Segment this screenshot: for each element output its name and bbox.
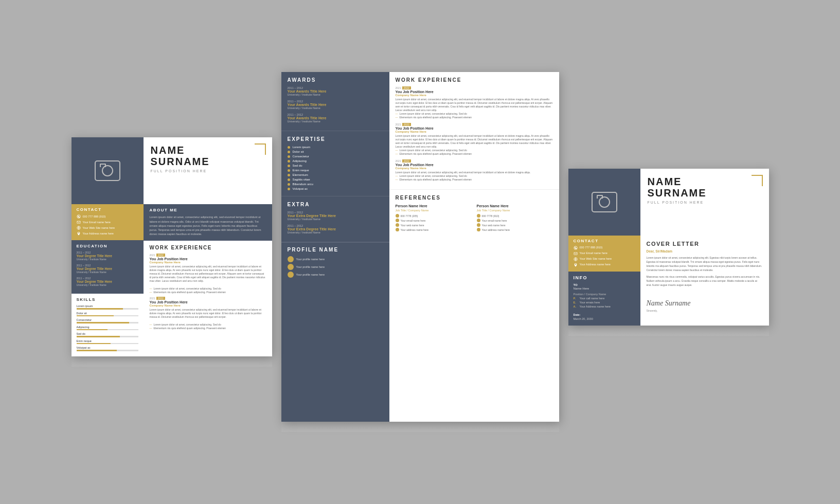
resume-position-3: FULL POSITION HERE — [648, 201, 763, 204]
extra-1: 2011 – 2012 Your Extra Degree Title Here… — [288, 211, 383, 221]
profile-icon-1 — [288, 256, 294, 262]
skill-item: Dolor sit — [77, 312, 138, 317]
cover-signature-img: Name Surname — [647, 299, 763, 308]
ref-col-2: Person Name Here Job Title / Company Nam… — [477, 204, 553, 232]
expertise-item: Dolor sit — [288, 150, 383, 153]
resume-name-3: NAME SURNAME — [648, 176, 763, 199]
scene: NAME SURNAME FULL POSITION HERE CONTACT … — [56, 51, 784, 453]
corner-bracket-icon — [255, 143, 266, 155]
ref-email-1: Your email name here — [396, 219, 472, 222]
expertise-item: Bibendum arcu — [288, 183, 383, 186]
profile-icon-3 — [288, 272, 294, 278]
expertise-item: Sed do — [288, 164, 383, 167]
work-title-1: WORK EXPERIENCE — [150, 245, 266, 250]
extra-2: 2011 – 2012 Your Extra Degree Title Here… — [288, 224, 383, 234]
svg-point-3 — [574, 246, 577, 249]
corner-bracket-icon-3 — [752, 175, 763, 186]
ref-email-2: Your email name here — [477, 219, 553, 222]
about-title-1: ABOUT ME — [150, 208, 266, 212]
svg-point-0 — [77, 215, 80, 218]
ref-phone-icon-1 — [396, 214, 399, 218]
mid-work-1: 2021 2022 You Job Position Here Company … — [396, 86, 553, 119]
expertise-title: EXPERTISE — [288, 136, 383, 142]
info-row-e: E. Your emais here — [574, 301, 635, 304]
ref-web-1: Your web name here — [396, 223, 472, 227]
skill-item: Consectetur — [77, 318, 138, 323]
camera-icon — [95, 160, 120, 181]
contact-address-3: Your Address name here — [574, 263, 635, 267]
info-row-a: A. Your Address name here — [574, 305, 635, 308]
contact-website-3: Your Web Site name here — [574, 257, 635, 261]
mid-work-3: 2021 2022 You Job Position Here Company … — [396, 159, 553, 181]
expertise-item: Volutpat ac — [288, 187, 383, 190]
camera-icon-3 — [592, 192, 617, 212]
right-column-1: ABOUT ME Lorem ipsum dolor sit amet, con… — [144, 204, 272, 356]
info-date-val: March 20, 2030 — [574, 317, 635, 320]
references-title: REFERENCES — [396, 195, 553, 201]
awards-section: AWARDS 2011 – 2012 Your Awards Title Her… — [281, 72, 389, 131]
profile-section: PROFILE NAME Your profile name here Your… — [281, 242, 389, 283]
resume-page-3: NAME SURNAME FULL POSITION HERE CONTACT … — [568, 169, 769, 326]
skills-title-1: SKILLS — [77, 297, 138, 302]
mid-work-2: 2021 2022 You Job Position Here Company … — [396, 123, 553, 155]
ref-web-icon-2 — [477, 223, 480, 227]
info-to-label: TO — [574, 283, 635, 286]
contact-section-3: CONTACT 000 777 888 (910) Your Email nam… — [568, 236, 640, 272]
ref-email-icon-1 — [396, 219, 399, 222]
skill-item: Volutpat ac — [77, 346, 138, 351]
ref-phone-1: 000 7778 (205) — [396, 214, 472, 218]
work-bullet-2: Elementum nis quis eleifend quam adipisc… — [150, 291, 266, 294]
expertise-item: Lorem ipsum — [288, 146, 383, 149]
edu-item-2: 2011 – 2012 Your Degree Title Here Unive… — [77, 264, 138, 274]
header-photo-left-3 — [568, 169, 640, 236]
ref-addr-2: Your address name here — [477, 228, 553, 231]
resume-page-1: NAME SURNAME FULL POSITION HERE CONTACT … — [72, 137, 272, 356]
resume-page-3-wrap: NAME SURNAME FULL POSITION HERE CONTACT … — [568, 169, 769, 336]
ref-web-2: Your web name here — [477, 223, 553, 227]
expertise-item: Sagittis vitae — [288, 178, 383, 181]
cover-right-col: COVER LETTER Dear, Sir/Madam Lorem ipsum… — [640, 236, 769, 326]
contact-address-text-1: Your Address name here — [83, 232, 114, 236]
skill-item: Lorem ipsum — [77, 304, 138, 310]
email-icon-3 — [574, 251, 578, 256]
ref-addr-icon-2 — [477, 228, 480, 231]
resume-header-3: NAME SURNAME FULL POSITION HERE — [568, 169, 769, 236]
middle-page-wrap: AWARDS 2011 – 2012 Your Awards Title Her… — [281, 72, 559, 432]
cover-title: COVER LETTER — [647, 241, 763, 247]
about-text-1: Lorem ipsum dolor sit amet, consectetur … — [150, 215, 266, 236]
phone-icon — [77, 214, 81, 219]
contact-email-3: Your Email name here — [574, 251, 635, 256]
cover-sincerely: Sincerely, — [647, 309, 763, 312]
contact-phone-1: 000 777 888 (910) — [77, 214, 138, 219]
page-reflection-mid — [281, 423, 559, 432]
mid-work-year-3: 2021 2022 — [396, 159, 553, 163]
work-item-1-1: 2021 2022 You Job Position Here Company … — [150, 254, 266, 283]
resume-name: NAME SURNAME — [151, 145, 266, 167]
about-section-1: ABOUT ME Lorem ipsum dolor sit amet, con… — [144, 204, 272, 240]
extra-title: EXTRA — [288, 202, 383, 207]
award-1: 2011 – 2012 Your Awards Title Here Unive… — [288, 86, 383, 96]
ref-phone-icon-2 — [477, 214, 480, 218]
info-date-label: Date: — [574, 313, 635, 316]
contact-website-1: Your Web Site name here — [77, 226, 138, 230]
contact-website-text-3: Your Web Site name here — [580, 257, 612, 261]
header-photo-left — [72, 137, 144, 204]
header-name-right: NAME SURNAME FULL POSITION HERE — [144, 137, 272, 204]
skill-item: Enim neque — [77, 339, 138, 345]
work-section-1: WORK EXPERIENCE 2021 2022 You Job Positi… — [144, 241, 272, 334]
edu-item-3: 2011 – 2012 Your Degree Title Here Unive… — [77, 277, 138, 286]
svg-rect-4 — [574, 253, 577, 255]
phone-icon-3 — [574, 246, 578, 250]
ref-email-icon-2 — [477, 219, 480, 222]
expertise-section: EXPERTISE Lorem ipsum Dolor sit Consecte… — [281, 131, 389, 196]
cover-para-1: Lorem ipsum dolor sit amet, consectetur … — [647, 256, 763, 272]
references-section: REFERENCES Person Name Here Job Title / … — [389, 190, 559, 238]
profile-item-1: Your profile name here — [288, 256, 383, 262]
left-column-1: CONTACT 000 777 888 (910) Your Email nam… — [72, 204, 144, 356]
expertise-container: Lorem ipsum Dolor sit Consectetur Adipis… — [288, 146, 383, 190]
cover-left-col: CONTACT 000 777 888 (910) Your Email nam… — [568, 236, 640, 326]
contact-title-3: CONTACT — [574, 239, 635, 243]
middle-page: AWARDS 2011 – 2012 Your Awards Title Her… — [281, 72, 559, 422]
svg-rect-1 — [77, 221, 80, 223]
mid-left-panel: AWARDS 2011 – 2012 Your Awards Title Her… — [281, 72, 389, 422]
